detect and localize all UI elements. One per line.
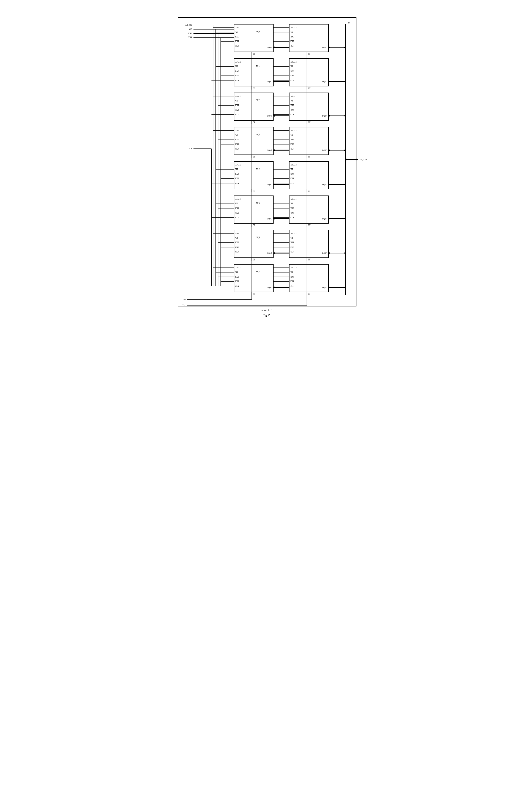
- svg-text:WE: WE: [235, 237, 238, 239]
- chip-id: 28(3): [256, 133, 260, 136]
- cs-label: CS: [308, 121, 310, 124]
- ext-cas: CAS: [188, 36, 192, 39]
- dq-label: DQ0-7: [322, 80, 327, 83]
- svg-text:CAS: CAS: [290, 177, 294, 180]
- cs-label: CS: [253, 87, 255, 89]
- svg-text:CLK: CLK: [235, 216, 239, 219]
- svg-text:CAS: CAS: [290, 75, 294, 77]
- cs-label: CS: [308, 293, 310, 295]
- svg-text:RAS: RAS: [290, 207, 294, 209]
- cs-label: CS: [253, 156, 255, 158]
- svg-text:CLK: CLK: [235, 285, 239, 287]
- cs-label: CS: [308, 190, 310, 192]
- svg-text:WE: WE: [290, 31, 293, 33]
- ext-clk: CLK: [188, 148, 192, 150]
- dq-label: DQ0-7: [267, 149, 272, 151]
- svg-text:WE: WE: [290, 203, 293, 205]
- cs-label: CS: [308, 156, 310, 158]
- svg-text:CLK: CLK: [235, 114, 239, 116]
- svg-text:WE: WE: [290, 271, 293, 273]
- chip-id: 28(0): [256, 30, 260, 33]
- svg-text:CAS: CAS: [290, 143, 294, 145]
- dq-label: DQ0-7: [267, 46, 272, 48]
- svg-text:RAS: RAS: [290, 276, 294, 278]
- svg-text:RAS: RAS: [235, 139, 239, 141]
- svg-text:A0-A12: A0-A12: [290, 26, 297, 29]
- svg-text:RAS: RAS: [290, 36, 294, 38]
- svg-text:RAS: RAS: [235, 242, 239, 244]
- cs-label: CS: [308, 53, 310, 55]
- svg-text:A0-A12: A0-A12: [290, 95, 297, 97]
- dq-label: DQ0-7: [267, 286, 272, 288]
- dq-label: DQ0-7: [267, 115, 272, 117]
- svg-text:RAS: RAS: [235, 173, 239, 175]
- dq-label: DQ0-7: [267, 184, 272, 186]
- svg-text:A0-A12: A0-A12: [290, 232, 297, 234]
- svg-text:WE: WE: [235, 65, 238, 68]
- ext-cs0: CS0: [182, 298, 186, 301]
- svg-text:CAS: CAS: [290, 281, 294, 283]
- chip-b-5: CSA0-A12WERASCASCLKDQ0-7: [289, 196, 328, 227]
- svg-text:A0-A12: A0-A12: [290, 198, 297, 200]
- chip-id: 28(5): [256, 202, 260, 204]
- svg-text:RAS: RAS: [235, 207, 239, 209]
- svg-text:CAS: CAS: [235, 246, 239, 248]
- ref-number: 27: [348, 21, 350, 24]
- dq-label: DQ0-7: [322, 286, 327, 288]
- svg-text:CLK: CLK: [235, 182, 239, 184]
- chip-id: 28(2): [256, 99, 260, 101]
- svg-text:CAS: CAS: [290, 109, 294, 111]
- svg-text:CLK: CLK: [235, 79, 239, 81]
- chip-b-4: CSA0-A12WERASCASCLKDQ0-7: [289, 162, 328, 192]
- svg-text:CLK: CLK: [235, 251, 239, 253]
- svg-text:RAS: RAS: [290, 139, 294, 141]
- svg-text:A0-A12: A0-A12: [290, 130, 297, 132]
- dq-label: DQ0-7: [322, 252, 327, 254]
- ext-addr: A0-A12: [185, 24, 192, 26]
- svg-text:A0-A12: A0-A12: [235, 232, 241, 234]
- svg-text:A0-A12: A0-A12: [290, 267, 297, 269]
- dq-label: DQ0-7: [322, 184, 327, 186]
- dq-label: DQ0-7: [267, 80, 272, 83]
- svg-text:WE: WE: [235, 31, 238, 33]
- svg-text:RAS: RAS: [235, 36, 239, 38]
- svg-text:RAS: RAS: [235, 70, 239, 72]
- cs-label: CS: [253, 224, 255, 227]
- dq-label: DQ0-7: [322, 218, 327, 220]
- svg-text:CLK: CLK: [290, 182, 294, 184]
- chip-b-0: CSA0-A12WERASCASCLKDQ0-7: [289, 24, 328, 55]
- ext-cs1: CS1: [182, 304, 186, 306]
- svg-text:CLK: CLK: [290, 216, 294, 219]
- svg-text:WE: WE: [290, 65, 293, 68]
- svg-text:RAS: RAS: [290, 70, 294, 72]
- ext-ras: RAS: [188, 32, 192, 35]
- svg-text:CAS: CAS: [235, 109, 239, 111]
- svg-text:CLK: CLK: [290, 251, 294, 253]
- svg-text:CAS: CAS: [235, 212, 239, 214]
- svg-text:WE: WE: [235, 100, 238, 102]
- svg-text:CLK: CLK: [235, 45, 239, 47]
- svg-text:A0-A12: A0-A12: [235, 198, 241, 200]
- svg-text:WE: WE: [235, 134, 238, 136]
- chip-id: 28(6): [256, 236, 260, 239]
- svg-text:A0-A12: A0-A12: [235, 267, 241, 269]
- chip-b-2: CSA0-A12WERASCASCLKDQ0-7: [289, 93, 328, 124]
- svg-text:RAS: RAS: [290, 173, 294, 175]
- svg-text:WE: WE: [235, 271, 238, 273]
- svg-text:A0-A12: A0-A12: [235, 61, 241, 63]
- svg-text:CLK: CLK: [290, 285, 294, 287]
- svg-text:A0-A12: A0-A12: [290, 61, 297, 63]
- svg-text:RAS: RAS: [290, 105, 294, 107]
- svg-text:CAS: CAS: [235, 177, 239, 180]
- dq-label: DQ0-7: [322, 46, 327, 48]
- chip-b-1: CSA0-A12WERASCASCLKDQ0-7: [289, 59, 328, 90]
- svg-text:WE: WE: [290, 100, 293, 102]
- svg-text:WE: WE: [235, 203, 238, 205]
- svg-text:CAS: CAS: [235, 143, 239, 145]
- dq-label: DQ0-7: [267, 218, 272, 220]
- svg-text:A0-A12: A0-A12: [235, 164, 241, 166]
- svg-text:A0-A12: A0-A12: [235, 130, 241, 132]
- cs-label: CS: [308, 224, 310, 227]
- svg-text:CAS: CAS: [290, 212, 294, 214]
- svg-text:WE: WE: [290, 168, 293, 170]
